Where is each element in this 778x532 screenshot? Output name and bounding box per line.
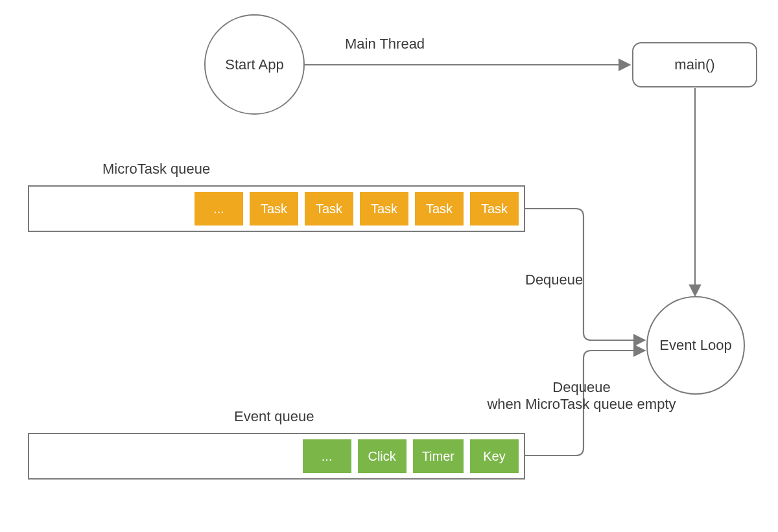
- microtask-queue: ...TaskTaskTaskTaskTask: [28, 185, 525, 232]
- microtask-task: ...: [194, 192, 243, 226]
- start-app-node: Start App: [204, 14, 305, 115]
- microtask-task: Task: [470, 192, 519, 226]
- microtask-task: Task: [250, 192, 298, 226]
- event-task: Timer: [413, 439, 464, 473]
- event-queue: ...ClickTimerKey: [28, 433, 525, 480]
- microtask-task: Task: [360, 192, 408, 226]
- microtask-queue-title: MicroTask queue: [102, 161, 210, 178]
- dequeue-label: Dequeue: [525, 272, 583, 288]
- main-thread-label: Main Thread: [345, 36, 425, 52]
- event-loop-label: Event Loop: [659, 337, 731, 354]
- main-node: main(): [632, 42, 757, 87]
- event-task: Key: [470, 439, 519, 473]
- microtask-task: Task: [305, 192, 353, 226]
- event-task: Click: [358, 439, 407, 473]
- event-queue-title: Event queue: [234, 408, 314, 425]
- event-task: ...: [303, 439, 351, 473]
- dequeue-when-empty-label: Dequeue when MicroTask queue empty: [484, 379, 679, 413]
- start-app-label: Start App: [225, 56, 284, 73]
- main-label: main(): [674, 56, 714, 73]
- microtask-task: Task: [415, 192, 464, 226]
